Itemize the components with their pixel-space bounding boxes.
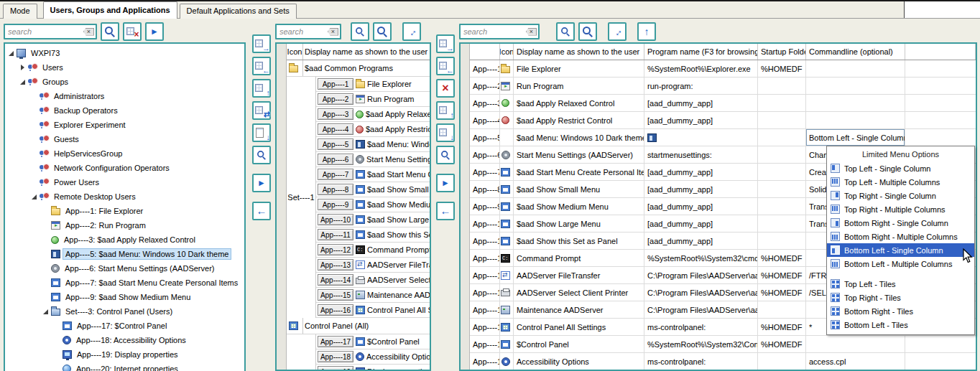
application-row[interactable]: App----1File Explorer%SystemRoot%\Explor…: [470, 60, 976, 78]
set-app-row[interactable]: App----4$aad Apply Restrict Control: [316, 122, 430, 137]
add-app-to-set-button[interactable]: →: [436, 34, 455, 53]
app-program-cell[interactable]: startmenusettings:: [644, 146, 758, 163]
app-program-cell[interactable]: [aad_dummy_app]: [644, 198, 758, 215]
app-scroll-top-button[interactable]: ↑: [637, 22, 656, 41]
tree-item[interactable]: App----20: Internet properties: [5, 362, 244, 371]
app-id-cell[interactable]: App----17: [470, 336, 500, 352]
delete-app-button[interactable]: ×: [436, 79, 455, 98]
app-id-cell[interactable]: App----8: [470, 181, 500, 197]
application-row[interactable]: App----3$aad Apply Relaxed Control[aad_d…: [470, 95, 976, 112]
app-id-button[interactable]: App----5: [318, 138, 353, 150]
app-program-cell[interactable]: %SystemRoot%\Explorer.exe: [644, 60, 758, 77]
app-startup-folder-cell[interactable]: %HOMEDF: [758, 336, 806, 352]
app-program-cell[interactable]: [644, 129, 758, 146]
app-name-cell[interactable]: Start Menu Settings (AADServer): [514, 146, 644, 163]
set-app-row[interactable]: App----13AADServer FileTransfer: [316, 258, 430, 273]
app-name-cell[interactable]: Maintenance AADServer: [514, 301, 644, 318]
move-row-up-button[interactable]: ↑: [436, 101, 455, 120]
app-startup-folder-cell[interactable]: [758, 301, 806, 318]
app-id-cell[interactable]: App----2: [470, 78, 500, 94]
row-id-column-header[interactable]: [470, 44, 500, 60]
set-search-all-button[interactable]: [373, 22, 392, 41]
app-search-button[interactable]: [556, 22, 575, 41]
app-search-all-button[interactable]: [578, 22, 597, 41]
application-row[interactable]: App----5$aad Menu: Windows 10 Dark theme…: [470, 129, 976, 146]
app-program-cell[interactable]: C:\Program Files\AADServer\aadApp: [644, 267, 758, 283]
set-app-row[interactable]: App----17$Control Panel: [316, 334, 430, 349]
tree-item[interactable]: App----18: Accessibility Options: [5, 333, 244, 347]
application-row[interactable]: App----17$Control Panel%SystemRoot%\Syst…: [470, 336, 976, 353]
menu-item[interactable]: Bottom Left - Tiles: [827, 318, 974, 332]
app-startup-folder-cell[interactable]: [758, 78, 806, 94]
tree-item[interactable]: HelpServicesGroup: [5, 146, 244, 161]
app-id-cell[interactable]: App----11: [470, 233, 500, 249]
app-name-cell[interactable]: Accessibility Options: [514, 353, 644, 370]
app-startup-folder-cell[interactable]: %HOMEDF: [758, 284, 806, 301]
menu-item[interactable]: Top Right - Tiles: [827, 291, 974, 304]
app-id-cell[interactable]: App----7: [470, 164, 500, 180]
menu-item[interactable]: Bottom Right - Multiple Columns: [827, 230, 974, 243]
app-id-button[interactable]: App----10: [318, 214, 353, 225]
tree-item[interactable]: App----7: $aad Start Menu Create Persona…: [5, 276, 244, 290]
app-id-cell[interactable]: App----3: [470, 95, 500, 111]
set-app-row[interactable]: App----19Display properties: [316, 365, 430, 371]
apply-changes-button[interactable]: ►: [252, 174, 271, 192]
application-row[interactable]: App----18Accessibility Optionsms-control…: [470, 353, 976, 370]
app-startup-folder-cell[interactable]: [758, 353, 806, 370]
set-app-row[interactable]: App----3$aad Apply Relaxed Control: [316, 107, 430, 122]
app-program-cell[interactable]: [aad_dummy_app]: [644, 164, 758, 180]
set-app-row[interactable]: App----12Command Prompt: [316, 243, 430, 258]
app-id-button[interactable]: App----15: [318, 289, 353, 301]
app-id-cell[interactable]: App----9: [470, 198, 500, 215]
app-id-button[interactable]: App----3: [318, 108, 353, 120]
app-id-cell[interactable]: App----15: [470, 301, 500, 318]
tree-item[interactable]: App----5: $aad Menu: Windows 10 Dark the…: [5, 247, 244, 261]
app-startup-folder-cell[interactable]: %HOMEDF: [758, 250, 806, 266]
app-name-cell[interactable]: $aad Show Medium Menu: [514, 198, 644, 215]
app-name-cell[interactable]: Control Panel All Settings: [514, 319, 644, 335]
set-cell[interactable]: Set----1: [287, 77, 316, 318]
app-id-button[interactable]: App----8: [318, 184, 353, 195]
app-startup-folder-cell[interactable]: [758, 215, 806, 232]
set-app-row[interactable]: App----2Run Program: [316, 92, 430, 107]
sync-sets-button[interactable]: ⇄: [252, 101, 271, 120]
clear-input-icon[interactable]: ×: [83, 28, 94, 36]
app-id-button[interactable]: App----1: [318, 78, 353, 90]
tree-item[interactable]: Groups: [5, 75, 244, 89]
menu-item[interactable]: Top Left - Tiles: [827, 277, 974, 291]
tab-mode[interactable]: Mode: [3, 4, 37, 19]
app-id-button[interactable]: App----2: [318, 93, 353, 105]
app-name-cell[interactable]: $aad Show Large Menu: [514, 215, 644, 232]
app-name-cell[interactable]: Run Program: [514, 78, 644, 94]
copy-app-to-set-button[interactable]: →: [252, 34, 271, 53]
collapse-expander-icon[interactable]: [8, 50, 15, 57]
tab-default-applications-sets[interactable]: Default Applications and Sets: [180, 4, 297, 19]
set-app-row[interactable]: App----7$aad Start Menu Create Personal …: [316, 167, 430, 182]
display-name-column-header[interactable]: Display name as shown to the user: [514, 44, 644, 60]
app-program-cell[interactable]: [aad_dummy_app]: [644, 233, 758, 249]
app-program-cell[interactable]: [aad_dummy_app]: [644, 181, 758, 197]
app-program-cell[interactable]: %SystemRoot%\System32\cmd.exe: [644, 250, 758, 266]
app-id-button[interactable]: App----18: [318, 351, 353, 362]
set-search-button[interactable]: [351, 22, 369, 41]
app-name-cell[interactable]: $aad Apply Restrict Control: [514, 112, 644, 128]
app-id-cell[interactable]: App----16: [470, 319, 500, 335]
app-program-cell[interactable]: run-program:: [644, 78, 758, 94]
set-app-row[interactable]: App----14AADServer Select Client Printer: [316, 273, 430, 288]
tree-clear-filter-button[interactable]: ×: [123, 22, 142, 41]
application-row[interactable]: App----2Run Programrun-program:: [470, 78, 976, 95]
app-name-cell[interactable]: File Explorer: [514, 60, 644, 77]
display-name-column-header[interactable]: Display name as shown to the user: [303, 44, 430, 60]
apply-changes-button[interactable]: ►: [436, 174, 455, 192]
find-row-button[interactable]: [436, 146, 455, 164]
tree-item[interactable]: App----19: Display properties: [5, 347, 244, 362]
app-program-cell[interactable]: [aad_dummy_app]: [644, 95, 758, 111]
set-app-row[interactable]: App----15Maintenance AADServer: [316, 288, 430, 303]
app-name-cell[interactable]: Command Prompt: [514, 250, 644, 266]
tree-item[interactable]: App----1: File Explorer: [5, 204, 244, 218]
set-cell[interactable]: [287, 334, 316, 371]
tree-item[interactable]: App----2: Run Program: [5, 218, 244, 233]
app-startup-folder-cell[interactable]: [758, 164, 806, 180]
commandline-column-header[interactable]: Commandline (optional): [806, 44, 905, 60]
undo-button[interactable]: ←: [252, 202, 271, 220]
